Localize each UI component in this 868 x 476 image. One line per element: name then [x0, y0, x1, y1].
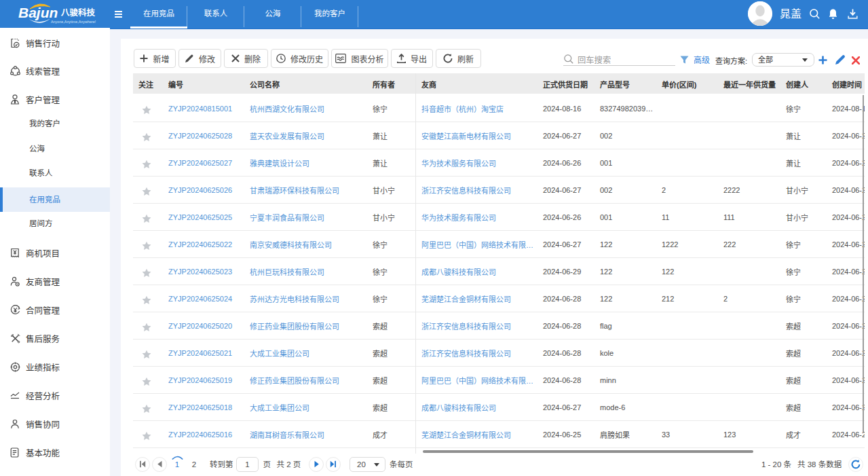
- svg-text:八骏科技: 八骏科技: [60, 7, 96, 18]
- svg-text:Bajun: Bajun: [18, 5, 58, 20]
- svg-text:Anyone,Anytime,Anywhere!: Anyone,Anytime,Anywhere!: [51, 20, 96, 24]
